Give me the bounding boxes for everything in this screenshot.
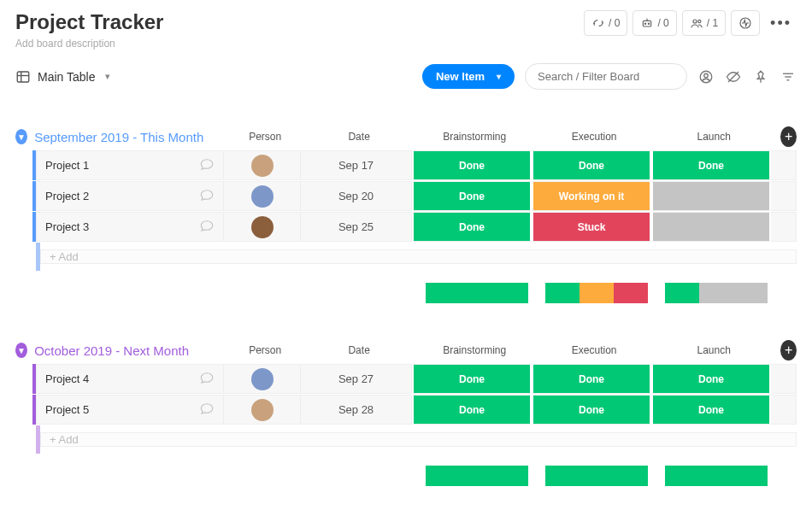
summary-cell: [656, 283, 776, 303]
status-cell[interactable]: Done: [532, 150, 651, 180]
group-title[interactable]: September 2019 - This Month: [34, 130, 203, 144]
item-name[interactable]: Project 2: [45, 190, 89, 202]
svg-point-4: [693, 20, 697, 23]
person-cell[interactable]: [224, 150, 301, 180]
chat-icon[interactable]: [199, 187, 215, 205]
person-filter-button[interactable]: [697, 68, 715, 85]
avatar: [251, 399, 274, 421]
members-count: / 1: [707, 17, 718, 29]
item-name[interactable]: Project 1: [45, 159, 89, 172]
add-item-row[interactable]: + Add: [15, 242, 797, 271]
svg-point-11: [704, 73, 709, 78]
column-header-launch[interactable]: Launch: [654, 344, 774, 356]
status-cell[interactable]: Done: [651, 150, 771, 180]
row-tail: [771, 395, 797, 425]
automation-count: / 0: [609, 17, 620, 29]
table-row[interactable]: Project 4Sep 27DoneDoneDone: [15, 363, 797, 394]
members-button[interactable]: / 1: [682, 10, 726, 36]
date-cell[interactable]: Sep 25: [301, 212, 412, 242]
status-cell[interactable]: [651, 181, 771, 211]
column-header-date[interactable]: Date: [303, 344, 415, 356]
summary-segment: [614, 283, 648, 303]
person-cell[interactable]: [224, 364, 301, 394]
table-row[interactable]: Project 1Sep 17DoneDoneDone: [15, 149, 797, 180]
chat-icon[interactable]: [199, 370, 215, 388]
status-cell[interactable]: Done: [412, 395, 532, 425]
summary-cell: [417, 466, 537, 486]
column-header-execution[interactable]: Execution: [534, 131, 654, 143]
status-cell[interactable]: Done: [412, 212, 532, 242]
item-name[interactable]: Project 5: [45, 403, 89, 416]
hide-columns-button[interactable]: [725, 68, 742, 85]
row-tail: [771, 364, 797, 394]
summary-cell: [417, 283, 537, 303]
item-name[interactable]: Project 4: [45, 372, 89, 385]
board-description[interactable]: Add board description: [15, 38, 163, 50]
chat-icon[interactable]: [199, 156, 215, 174]
status-cell[interactable]: Done: [532, 364, 651, 394]
row-tail: [771, 181, 797, 211]
more-options-button[interactable]: •••: [765, 15, 797, 32]
chevron-down-icon: ▾: [497, 72, 501, 81]
automations-button[interactable]: / 0: [584, 10, 627, 36]
search-input[interactable]: [525, 63, 687, 90]
add-item-row[interactable]: + Add: [15, 425, 797, 454]
avatar: [251, 216, 274, 238]
column-header-brainstorming[interactable]: Brainstorming: [415, 131, 534, 143]
status-cell[interactable]: Done: [412, 364, 532, 394]
chat-icon[interactable]: [199, 218, 215, 236]
column-header-launch[interactable]: Launch: [654, 131, 774, 143]
column-header-person[interactable]: Person: [227, 344, 303, 356]
status-cell[interactable]: Stuck: [532, 212, 651, 242]
column-header-brainstorming[interactable]: Brainstorming: [415, 344, 534, 356]
view-selector[interactable]: Main Table ▾: [15, 69, 110, 85]
new-item-button[interactable]: New Item ▾: [422, 64, 515, 89]
table-row[interactable]: Project 5Sep 28DoneDoneDone: [15, 394, 797, 425]
person-cell[interactable]: [224, 181, 301, 211]
item-name[interactable]: Project 3: [45, 220, 89, 233]
status-cell[interactable]: Done: [651, 395, 771, 425]
group-summary: [15, 283, 797, 303]
status-cell[interactable]: Done: [651, 364, 771, 394]
person-cell[interactable]: [224, 212, 301, 242]
group-summary: [15, 466, 797, 486]
add-column-button[interactable]: +: [780, 340, 797, 361]
avatar: [251, 185, 274, 208]
group-collapse-toggle[interactable]: ▼: [15, 129, 27, 144]
date-cell[interactable]: Sep 17: [301, 150, 412, 180]
column-header-execution[interactable]: Execution: [534, 344, 654, 356]
status-cell[interactable]: Done: [532, 395, 651, 425]
row-tail: [771, 212, 797, 242]
summary-segment: [426, 283, 528, 303]
activity-button[interactable]: [731, 10, 760, 36]
automation-icon: [591, 16, 605, 30]
integration-count: / 0: [657, 17, 668, 29]
people-icon: [690, 16, 703, 30]
integrations-button[interactable]: / 0: [633, 10, 676, 36]
group-collapse-toggle[interactable]: ▼: [15, 343, 27, 358]
person-cell[interactable]: [224, 395, 301, 425]
activity-icon: [738, 16, 752, 30]
status-cell[interactable]: Done: [412, 150, 532, 180]
column-header-date[interactable]: Date: [303, 131, 415, 143]
status-cell[interactable]: Working on it: [532, 181, 651, 211]
svg-point-5: [697, 20, 700, 22]
filter-button[interactable]: [780, 68, 797, 85]
summary-cell: [537, 283, 656, 303]
pin-button[interactable]: [752, 68, 769, 85]
table-row[interactable]: Project 2Sep 20DoneWorking on it: [15, 180, 797, 211]
date-cell[interactable]: Sep 28: [301, 395, 412, 425]
status-cell[interactable]: [651, 212, 771, 242]
column-header-person[interactable]: Person: [227, 131, 303, 143]
date-cell[interactable]: Sep 20: [301, 181, 412, 211]
table-row[interactable]: Project 3Sep 25DoneStuck: [15, 211, 797, 242]
svg-rect-7: [17, 72, 29, 82]
svg-point-1: [645, 23, 646, 24]
status-cell[interactable]: Done: [412, 181, 532, 211]
group-title[interactable]: October 2019 - Next Month: [34, 343, 189, 358]
date-cell[interactable]: Sep 27: [301, 364, 412, 394]
add-column-button[interactable]: +: [780, 126, 797, 147]
group: ▼October 2019 - Next MonthPersonDateBrai…: [15, 337, 797, 486]
chat-icon[interactable]: [199, 401, 215, 419]
board-title[interactable]: Project Tracker: [15, 10, 163, 34]
